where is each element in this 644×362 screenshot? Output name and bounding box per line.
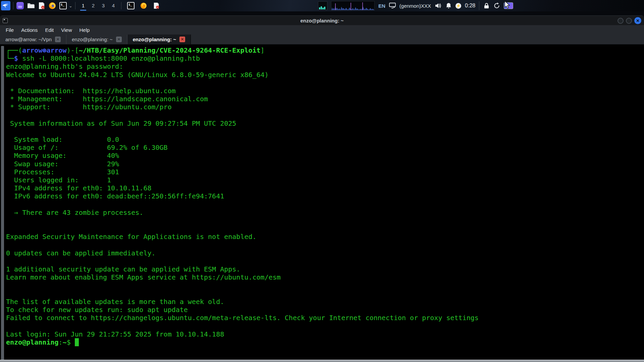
terminal-line: Processes: 301 bbox=[6, 168, 644, 176]
terminal-line: Learn more about enabling ESM Apps servi… bbox=[6, 273, 644, 281]
kali-menu-button[interactable] bbox=[1, 1, 10, 10]
desktop-4[interactable]: 4 bbox=[110, 1, 116, 11]
terminal-line: ┌──(arrow⊛arrow)-[~/HTB/Easy/Planning/CV… bbox=[6, 46, 644, 54]
terminal-line bbox=[6, 241, 644, 249]
terminal-text-segment: ┌──( bbox=[6, 46, 22, 54]
terminal-line: The list of available updates is more th… bbox=[6, 298, 644, 306]
menu-item-view[interactable]: View bbox=[57, 27, 75, 33]
tab-close-icon[interactable]: ✕ bbox=[116, 37, 122, 42]
lock-icon[interactable] bbox=[483, 2, 490, 9]
tab-label: enzo@planning: ~ bbox=[133, 37, 176, 42]
terminal-text-segment: To check for new updates run: sudo apt u… bbox=[6, 306, 188, 314]
terminal-line: Swap usage: 29% bbox=[6, 160, 644, 168]
logout-icon[interactable] bbox=[493, 2, 500, 9]
keyboard-layout-indicator[interactable]: EN bbox=[378, 3, 385, 9]
terminal-launcher-icon[interactable]: $_ bbox=[59, 2, 67, 10]
close-button[interactable]: ✕ bbox=[634, 17, 641, 24]
terminal-text-segment: : bbox=[59, 338, 63, 346]
terminal-text-segment: Users logged in: 1 bbox=[6, 176, 111, 184]
terminal-line bbox=[6, 127, 644, 135]
terminal-text-segment: Learn more about enabling ESM Apps servi… bbox=[6, 273, 281, 281]
terminal-line: Memory usage: 40% bbox=[6, 152, 644, 160]
terminal-text-segment: Last login: Sun Jun 29 21:27:55 2025 fro… bbox=[6, 330, 224, 338]
tab-2[interactable]: enzo@planning: ~✕ bbox=[66, 35, 127, 44]
terminal-text-segment: └─ bbox=[6, 54, 14, 62]
menu-bar: FileActionsEditViewHelp bbox=[0, 25, 644, 35]
terminal-text-segment: IPv6 address for eth0: dead:beef::250:56… bbox=[6, 192, 224, 200]
desktop-pager: 1234 bbox=[78, 1, 118, 11]
terminal-text-segment: IPv4 address for eth0: 10.10.11.68 bbox=[6, 184, 151, 192]
terminal-line: └─$ ssh -L 8000:localhost:8000 enzo@plan… bbox=[6, 54, 644, 62]
tab-1[interactable]: arrow@arrow: ~/Vpn✕ bbox=[0, 35, 66, 44]
cpu-monitor-widget[interactable] bbox=[318, 1, 327, 10]
terminal-text-segment: ⇒ There are 43 zombie processes. bbox=[6, 208, 143, 217]
task-firefox-icon[interactable] bbox=[140, 2, 148, 10]
menu-item-help[interactable]: Help bbox=[75, 27, 93, 33]
network-graph-widget[interactable] bbox=[331, 1, 375, 10]
volume-icon[interactable] bbox=[435, 2, 441, 9]
file-manager-icon[interactable] bbox=[27, 2, 35, 10]
terminal-view[interactable]: ┌──(arrow⊛arrow)-[~/HTB/Easy/Planning/CV… bbox=[0, 45, 644, 360]
terminal-line: * Documentation: https://help.ubuntu.com bbox=[6, 87, 644, 95]
terminal-text-segment: ~/HTB/Easy/Planning/CVE-2024-9264-RCE-Ex… bbox=[79, 46, 261, 54]
panel-separator bbox=[13, 2, 13, 9]
text-editor-icon[interactable] bbox=[38, 2, 46, 10]
terminal-line: * Management: https://landscape.canonica… bbox=[6, 95, 644, 103]
terminal-line: IPv6 address for eth0: dead:beef::250:56… bbox=[6, 192, 644, 200]
terminal-line: Expanded Security Maintenance for Applic… bbox=[6, 233, 644, 241]
terminal-line bbox=[6, 111, 644, 119]
terminal-line bbox=[6, 225, 644, 233]
terminal-text-segment: enzo@planning.htb's password: bbox=[6, 62, 127, 70]
menu-item-edit[interactable]: Edit bbox=[41, 27, 57, 33]
minimize-button[interactable] bbox=[618, 18, 624, 24]
network-disconnected-icon[interactable] bbox=[389, 2, 396, 9]
terminal-text-segment: 0 updates can be applied immediately. bbox=[6, 249, 156, 257]
purple-app-icon[interactable] bbox=[16, 2, 24, 10]
task-terminal-icon[interactable]: $_ bbox=[127, 2, 135, 10]
power-status-icon[interactable]: ⚡ bbox=[455, 3, 461, 9]
terminal-line: 1 additional security update can be appl… bbox=[6, 265, 644, 273]
terminal-line bbox=[6, 281, 644, 289]
terminal-line: Users logged in: 1 bbox=[6, 176, 644, 184]
terminal-line: * Support: https://ubuntu.com/pro bbox=[6, 103, 644, 111]
maximize-button[interactable] bbox=[626, 18, 632, 24]
launcher-dropdown-chevron-icon[interactable]: ⌄ bbox=[69, 3, 72, 8]
desktop-1[interactable]: 1 bbox=[80, 1, 86, 11]
menu-item-actions[interactable]: Actions bbox=[17, 27, 41, 33]
panel-left-group: $_ ⌄ 1234 $_ bbox=[0, 1, 160, 11]
terminal-line: Failed to connect to https://changelogs.… bbox=[6, 314, 644, 322]
kali-logo-icon bbox=[2, 1, 9, 10]
firefox-icon[interactable] bbox=[48, 2, 56, 10]
tab-label: enzo@planning: ~ bbox=[72, 37, 113, 42]
terminal-text-segment: System load: 0.0 bbox=[6, 135, 119, 143]
task-text-editor-icon[interactable] bbox=[152, 2, 160, 10]
scrollbar[interactable] bbox=[1, 46, 4, 360]
terminal-text-segment: Swap usage: 29% bbox=[6, 160, 119, 168]
terminal-line: enzo@planning.htb's password: bbox=[6, 62, 644, 70]
terminal-text: ┌──(arrow⊛arrow)-[~/HTB/Easy/Planning/CV… bbox=[6, 46, 644, 346]
terminal-text-segment: Usage of /: 69.2% of 6.30GB bbox=[6, 143, 168, 152]
tab-close-icon[interactable]: ✕ bbox=[179, 37, 185, 42]
terminal-line: Last login: Sun Jun 29 21:27:55 2025 fro… bbox=[6, 330, 644, 338]
genmon-widget[interactable]: (genmon)XXX bbox=[399, 3, 431, 9]
terminal-line: Usage of /: 69.2% of 6.30GB bbox=[6, 143, 644, 152]
terminal-text-segment: $ bbox=[14, 54, 18, 62]
notifications-bell-icon[interactable] bbox=[445, 2, 452, 9]
terminal-line bbox=[6, 257, 644, 265]
terminal-text-segment: ssh -L 8000:localhost:8000 enzo@planning… bbox=[18, 54, 200, 62]
terminal-text-segment: Memory usage: 40% bbox=[6, 152, 119, 160]
clock[interactable]: 0:28 bbox=[465, 3, 475, 9]
terminal-text-segment: arrow⊛arrow bbox=[22, 46, 66, 54]
tab-3[interactable]: enzo@planning: ~✕ bbox=[127, 35, 191, 44]
terminal-text-segment: )-[ bbox=[67, 46, 79, 54]
tab-close-icon[interactable]: ✕ bbox=[55, 37, 61, 42]
desktop-3[interactable]: 3 bbox=[100, 1, 106, 11]
menu-item-file[interactable]: File bbox=[2, 27, 17, 33]
window-titlebar[interactable]: enzo@planning: ~ ✕ bbox=[0, 16, 644, 25]
desktop: $_ ⌄ 1234 $_ bbox=[0, 0, 644, 362]
terminal-line: System information as of Sun Jun 29 09:2… bbox=[6, 119, 644, 127]
desktop-2[interactable]: 2 bbox=[90, 1, 96, 11]
terminal-text-segment: * Management: https://landscape.canonica… bbox=[6, 95, 208, 103]
terminal-line bbox=[6, 217, 644, 225]
taskbar: $_ bbox=[124, 2, 160, 10]
